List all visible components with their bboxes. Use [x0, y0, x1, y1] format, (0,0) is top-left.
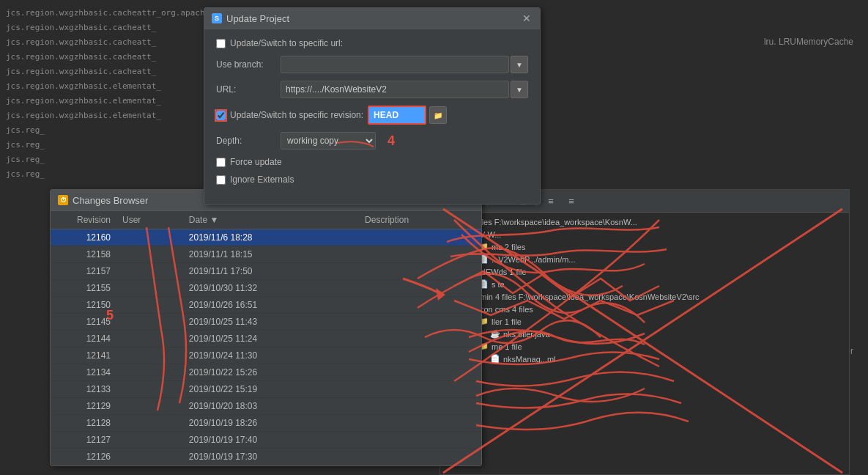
description-cell	[359, 415, 481, 432]
description-cell	[359, 314, 481, 331]
revision-input-group: 📁	[368, 106, 447, 125]
table-row[interactable]: 12126 2019/10/19 17:30	[51, 449, 481, 465]
tree-label: con cms 4 files	[480, 305, 533, 314]
tree-label: NEWds 1 file	[480, 268, 527, 276]
date-cell: 2019/10/19 18:26	[183, 415, 359, 432]
force-update-row: Force update	[216, 157, 528, 167]
revision-checkbox-label: Update/Switch to specific revision:	[230, 110, 363, 120]
menu-button-2[interactable]: ≡	[563, 193, 579, 209]
ignore-externals-checkbox[interactable]	[216, 175, 226, 185]
table-row[interactable]: 12160 2019/11/6 18:28	[51, 229, 481, 246]
url-checkbox-row: Update/Switch to specific url:	[216, 38, 528, 48]
tree-label: admin 4 files F:\workspace\idea_workspac…	[471, 292, 700, 301]
dialog-title-left: S Update Project	[212, 13, 289, 24]
col-description[interactable]: Description	[359, 211, 481, 229]
tree-item[interactable]: 📄 nksManag...ml	[443, 353, 846, 365]
branch-row: Use branch: ▼	[216, 56, 528, 73]
col-user[interactable]: User	[116, 211, 183, 229]
revision-cell: 12128	[51, 415, 116, 432]
tree-label: V W...	[480, 230, 501, 239]
table-row[interactable]: 12127 2019/10/19 17:40	[51, 432, 481, 449]
user-cell	[116, 297, 183, 314]
date-cell: 2019/10/24 11:30	[183, 347, 359, 364]
tree-item[interactable]: ▼ 📁 NEWds 1 file	[443, 265, 846, 278]
changes-table-container[interactable]: Revision User Date ▼ Description 12160 2…	[51, 211, 481, 465]
tree-label: ms 2 files	[492, 243, 525, 251]
description-cell	[359, 297, 481, 314]
depth-row: Depth: working copy infinity immediates …	[216, 132, 528, 150]
tree-item[interactable]: ☕ nks oller.java	[443, 328, 846, 340]
ignore-externals-label: Ignore Externals	[230, 174, 294, 185]
table-row[interactable]: 12134 2019/10/22 15:26	[51, 364, 481, 381]
revision-cell: 12133	[51, 381, 116, 398]
update-dialog-close-button[interactable]: ✕	[521, 12, 533, 24]
repo-tree[interactable]: ▷ 📁 1 files F:\workspace\idea_workspace\…	[440, 213, 849, 368]
tree-item[interactable]: ▷ 📁 1 files F:\workspace\idea_workspace\…	[443, 216, 846, 228]
changes-title-left: ⏱ Changes Browser	[58, 195, 148, 206]
table-row[interactable]: 12145 2019/10/25 11:43	[51, 314, 481, 331]
revision-input[interactable]	[368, 106, 426, 125]
tree-label: ller 1 file	[492, 317, 522, 326]
table-row[interactable]: 12141 2019/10/24 11:30	[51, 347, 481, 364]
description-cell	[359, 347, 481, 364]
tree-label: 1 files F:\workspace\idea_workspace\Kosn…	[471, 218, 637, 227]
table-row[interactable]: 12144 2019/10/25 11:24	[51, 331, 481, 347]
description-cell	[359, 263, 481, 280]
force-update-label: Force update	[230, 157, 282, 167]
revision-cell: 12160	[51, 229, 116, 246]
date-cell: 2019/10/19 17:40	[183, 432, 359, 449]
tree-item[interactable]: ▼ 📁 V W...	[443, 228, 846, 240]
url-checkbox[interactable]	[216, 39, 226, 48]
annotation-4: 4	[387, 133, 395, 149]
url-browse-button[interactable]: ▼	[511, 81, 528, 98]
update-dialog-title: Update Project	[226, 13, 289, 24]
table-row[interactable]: 12128 2019/10/19 18:26	[51, 415, 481, 432]
depth-select[interactable]: working copy infinity immediates files e…	[281, 132, 376, 150]
user-cell	[116, 280, 183, 297]
revision-checkbox[interactable]	[216, 111, 226, 120]
branch-browse-button[interactable]: ▼	[511, 56, 528, 73]
menu-button-1[interactable]: ≡	[543, 193, 559, 209]
tree-item[interactable]: 📄 ...V2WebP.../admin/m...	[443, 253, 846, 265]
tree-item[interactable]: ▼ 📁 me 1 file	[443, 340, 846, 353]
tree-item[interactable]: 📄 s te	[443, 278, 846, 290]
date-cell: 2019/10/26 16:51	[183, 297, 359, 314]
description-cell	[359, 398, 481, 415]
description-cell	[359, 449, 481, 465]
table-row[interactable]: 12150 2019/10/26 16:51	[51, 297, 481, 314]
revision-cell: 12144	[51, 331, 116, 347]
user-cell	[116, 381, 183, 398]
branch-input[interactable]	[281, 56, 509, 73]
table-row[interactable]: 12157 2019/11/1 17:50	[51, 263, 481, 280]
depth-label: Depth:	[216, 136, 275, 146]
table-row[interactable]: 12133 2019/10/22 15:19	[51, 381, 481, 398]
date-cell: 2019/11/1 17:50	[183, 263, 359, 280]
url-input[interactable]	[281, 81, 509, 98]
changes-table-header: Revision User Date ▼ Description	[51, 211, 481, 229]
changes-table-body: 12160 2019/11/6 18:28 12158 2019/11/1 18…	[51, 229, 481, 465]
annotation-5: 5	[106, 308, 114, 323]
description-cell	[359, 432, 481, 449]
table-row[interactable]: 12158 2019/11/1 18:15	[51, 246, 481, 263]
force-update-checkbox[interactable]	[216, 158, 226, 167]
table-row[interactable]: 12129 2019/10/20 18:03	[51, 398, 481, 415]
tree-label: ...V2WebP.../admin/m...	[492, 255, 576, 264]
tree-item[interactable]: ▼ 📁 ller 1 file	[443, 315, 846, 328]
col-date[interactable]: Date ▼	[183, 211, 359, 229]
revision-cell: 12158	[51, 246, 116, 263]
tree-item[interactable]: ▼ 📁 con cms 4 files	[443, 303, 846, 315]
user-cell	[116, 364, 183, 381]
user-cell	[116, 331, 183, 347]
branch-input-group: ▼	[281, 56, 528, 73]
tree-item[interactable]: ▷ 📁 admin 4 files F:\workspace\idea_work…	[443, 290, 846, 303]
user-cell	[116, 415, 183, 432]
date-cell: 2019/10/25 11:24	[183, 331, 359, 347]
user-cell	[116, 314, 183, 331]
date-cell: 2019/11/1 18:15	[183, 246, 359, 263]
col-revision[interactable]: Revision	[51, 211, 116, 229]
table-row[interactable]: 12155 2019/10/30 11:32	[51, 280, 481, 297]
changes-icon: ⏱	[58, 195, 68, 205]
repo-panel: ↩ ↪ ✎ ⊞ ≡ ≡ ▷ 📁 1 files F:\workspace\ide…	[439, 189, 850, 475]
revision-browse-button[interactable]: 📁	[429, 106, 447, 124]
tree-item[interactable]: ▼ 📁 ms 2 files	[443, 240, 846, 253]
